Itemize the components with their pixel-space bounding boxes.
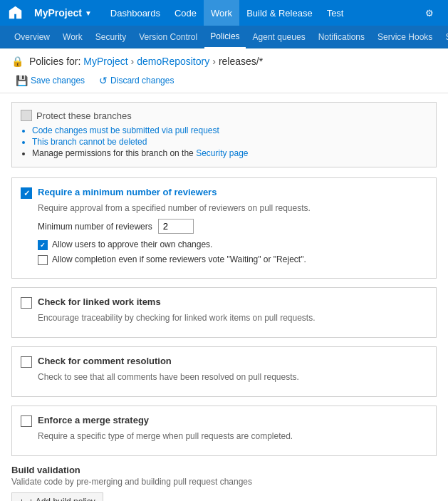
linked-work-items-checkbox[interactable] xyxy=(21,297,32,309)
policy-icon: 🔒 xyxy=(11,56,24,67)
protect-check-icon xyxy=(21,110,32,121)
tab-agent-queues[interactable]: Agent queues xyxy=(247,26,311,48)
allow-own-approval-checkbox[interactable]: ✓ xyxy=(38,240,48,250)
build-validation-desc: Validate code by pre-merging and buildin… xyxy=(11,477,437,487)
merge-strategy-policy: Enforce a merge strategy Require a speci… xyxy=(11,406,437,456)
tab-security[interactable]: Security xyxy=(90,26,132,48)
allow-completion-row: Allow completion even if some reviewers … xyxy=(38,254,427,265)
project-chevron-icon: ▼ xyxy=(85,9,92,17)
add-build-policy-button[interactable]: + + Add build policy xyxy=(11,492,103,501)
save-icon: 💾 xyxy=(16,75,28,86)
protect-title: Protect these branches xyxy=(21,110,427,121)
tab-policies[interactable]: Policies xyxy=(204,26,245,48)
linked-work-items-title[interactable]: Check for linked work items xyxy=(38,296,161,307)
app-logo[interactable] xyxy=(6,3,26,23)
linked-work-items-desc: Encourage traceability by checking for l… xyxy=(38,313,427,323)
min-reviewers-title[interactable]: Require a minimum number of reviewers xyxy=(38,187,217,197)
allow-completion-checkbox[interactable] xyxy=(38,255,48,265)
min-reviewers-desc: Require approval from a specified number… xyxy=(38,203,427,213)
nav-work[interactable]: Work xyxy=(204,0,239,26)
main-content: Protect these branches Code changes must… xyxy=(0,93,448,501)
protect-item-3: Manage permissions for this branch on th… xyxy=(32,148,427,158)
breadcrumb-sep2: › xyxy=(212,56,216,67)
tab-work[interactable]: Work xyxy=(57,26,88,48)
build-validation-title: Build validation xyxy=(11,465,437,475)
nav-test[interactable]: Test xyxy=(320,0,351,26)
nav-build-release[interactable]: Build & Release xyxy=(239,0,320,26)
add-build-label: + Add build policy xyxy=(28,497,95,501)
top-nav: MyProject ▼ Dashboards Code Work Build &… xyxy=(0,0,448,26)
project-selector[interactable]: MyProject ▼ xyxy=(28,7,98,19)
page-actions: 💾 Save changes ↺ Discard changes xyxy=(11,73,437,88)
tab-version-control[interactable]: Version Control xyxy=(133,26,203,48)
page-header: 🔒 Policies for: MyProject › demoReposito… xyxy=(0,48,448,93)
min-reviewers-input-row: Minimum number of reviewers xyxy=(38,219,427,234)
build-validation-section: Build validation Validate code by pre-me… xyxy=(11,465,437,501)
breadcrumb-branch: releases/* xyxy=(219,56,263,67)
nav-dashboards[interactable]: Dashboards xyxy=(103,0,167,26)
settings-icon[interactable]: ⚙ xyxy=(417,0,442,26)
linked-work-items-policy: Check for linked work items Encourage tr… xyxy=(11,287,437,338)
comment-resolution-title[interactable]: Check for comment resolution xyxy=(38,356,172,366)
min-reviewers-policy: ✓ Require a minimum number of reviewers … xyxy=(11,177,437,279)
min-reviewers-input[interactable] xyxy=(158,219,194,234)
breadcrumb-sep1: › xyxy=(131,56,135,67)
merge-strategy-header: Enforce a merge strategy xyxy=(21,415,427,427)
security-page-link[interactable]: Security page xyxy=(196,148,248,158)
min-reviewers-checkbox[interactable]: ✓ xyxy=(21,187,32,199)
breadcrumb-project[interactable]: MyProject xyxy=(83,56,127,67)
merge-strategy-desc: Require a specific type of merge when pu… xyxy=(38,431,427,441)
min-reviewers-body: Minimum number of reviewers ✓ Allow user… xyxy=(38,219,427,265)
protect-item-2[interactable]: This branch cannot be deleted xyxy=(32,137,427,147)
discard-changes-button[interactable]: ↺ Discard changes xyxy=(95,73,178,88)
merge-strategy-checkbox[interactable] xyxy=(21,415,32,427)
second-nav: Overview Work Security Version Control P… xyxy=(0,26,448,48)
comment-resolution-header: Check for comment resolution xyxy=(21,356,427,368)
protect-item-1[interactable]: Code changes must be submitted via pull … xyxy=(32,125,427,135)
allow-own-approval-row: ✓ Allow users to approve their own chang… xyxy=(38,239,427,250)
comment-resolution-policy: Check for comment resolution Check to se… xyxy=(11,346,437,397)
tab-service-hooks[interactable]: Service Hooks xyxy=(372,26,438,48)
breadcrumb: 🔒 Policies for: MyProject › demoReposito… xyxy=(11,56,437,67)
tab-overview[interactable]: Overview xyxy=(9,26,56,48)
nav-code[interactable]: Code xyxy=(167,0,204,26)
breadcrumb-label: Policies for: xyxy=(29,56,80,67)
breadcrumb-repo[interactable]: demoRepository xyxy=(137,56,209,67)
tab-notifications[interactable]: Notifications xyxy=(313,26,370,48)
add-build-icon: + xyxy=(19,497,24,501)
discard-icon: ↺ xyxy=(99,75,108,86)
merge-strategy-title[interactable]: Enforce a merge strategy xyxy=(38,415,149,425)
tab-services[interactable]: Services xyxy=(439,26,448,48)
linked-work-items-header: Check for linked work items xyxy=(21,296,427,309)
protect-branches-box: Protect these branches Code changes must… xyxy=(11,102,437,167)
comment-resolution-desc: Check to see that all comments have been… xyxy=(38,372,427,382)
comment-resolution-checkbox[interactable] xyxy=(21,356,32,368)
top-nav-links: Dashboards Code Work Build & Release Tes… xyxy=(103,0,351,26)
protect-list: Code changes must be submitted via pull … xyxy=(32,125,427,158)
min-reviewers-header: ✓ Require a minimum number of reviewers xyxy=(21,187,427,199)
save-changes-button[interactable]: 💾 Save changes xyxy=(11,73,89,88)
